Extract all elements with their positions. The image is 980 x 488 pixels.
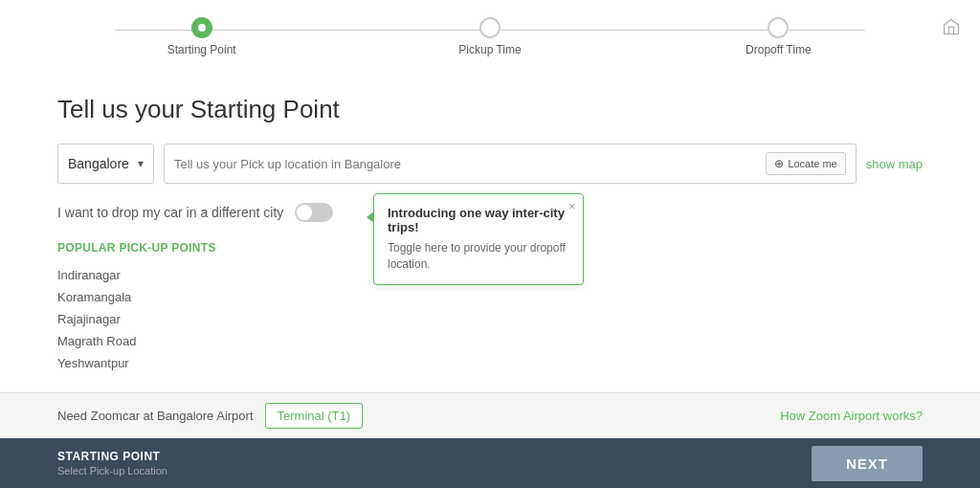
footer-step-info: STARTING POINT Select Pick-up Location: [57, 450, 167, 477]
footer-chevron-icon: [187, 438, 204, 488]
locate-me-label: Locate me: [788, 158, 836, 169]
home-icon[interactable]: [942, 17, 961, 41]
list-item[interactable]: Rajajinagar: [57, 308, 923, 330]
locate-me-button[interactable]: ⊕ Locate me: [766, 152, 845, 175]
list-item[interactable]: Magrath Road: [57, 330, 923, 352]
list-item[interactable]: Yeshwantpur: [57, 352, 923, 374]
footer-bar: STARTING POINT Select Pick-up Location N…: [0, 438, 980, 488]
tooltip-body: Toggle here to provide your dropoff loca…: [388, 240, 569, 273]
show-map-link[interactable]: show map: [866, 157, 923, 171]
city-select-wrapper[interactable]: Bangalore Mumbai Delhi Chennai Hyderabad…: [57, 144, 154, 184]
step-circle-1: [191, 17, 212, 38]
step-pickup-time: Pickup Time: [345, 17, 634, 56]
step-label-1: Starting Point: [167, 43, 236, 56]
tooltip-title: Introducing one way inter-city trips!: [388, 206, 569, 234]
pickup-input[interactable]: [174, 157, 766, 171]
footer-step-sub: Select Pick-up Location: [57, 465, 167, 477]
step-dropoff-time: Dropoff Time: [635, 17, 923, 56]
terminal-button[interactable]: Terminal (T1): [265, 403, 364, 429]
list-item[interactable]: Koramangala: [57, 286, 923, 308]
popular-suffix: PICK-UP POINTS: [119, 241, 215, 255]
next-button[interactable]: NEXT: [812, 446, 923, 481]
dropoff-city-toggle[interactable]: [295, 203, 333, 222]
step-circle-2: [479, 17, 501, 38]
toggle-row: I want to drop my car in a different cit…: [57, 203, 923, 222]
airport-label: Need Zoomcar at Bangalore Airport: [57, 409, 254, 423]
airport-link[interactable]: How Zoom Airport works?: [780, 409, 923, 423]
footer-step-title: STARTING POINT: [57, 450, 167, 463]
popular-prefix: POPULAR: [57, 241, 119, 255]
pickup-input-wrapper[interactable]: ⊕ Locate me: [164, 144, 857, 184]
tooltip-close-icon[interactable]: ×: [568, 200, 575, 213]
main-content: Tell us your Starting Point Bangalore Mu…: [0, 66, 980, 392]
locate-icon: ⊕: [774, 157, 784, 170]
stepper: Starting Point Pickup Time Dropoff Time: [0, 0, 980, 66]
tooltip-popup: × Introducing one way inter-city trips! …: [373, 193, 584, 285]
toggle-label: I want to drop my car in a different cit…: [57, 205, 283, 220]
step-starting-point: Starting Point: [57, 17, 345, 56]
airport-bar: Need Zoomcar at Bangalore Airport Termin…: [0, 392, 980, 438]
step-circle-3: [768, 17, 789, 38]
step-label-2: Pickup Time: [458, 43, 521, 56]
city-select[interactable]: Bangalore Mumbai Delhi Chennai Hyderabad…: [68, 156, 151, 171]
page-title: Tell us your Starting Point: [57, 95, 923, 124]
location-row: Bangalore Mumbai Delhi Chennai Hyderabad…: [57, 144, 923, 184]
step-label-3: Dropoff Time: [746, 43, 811, 56]
